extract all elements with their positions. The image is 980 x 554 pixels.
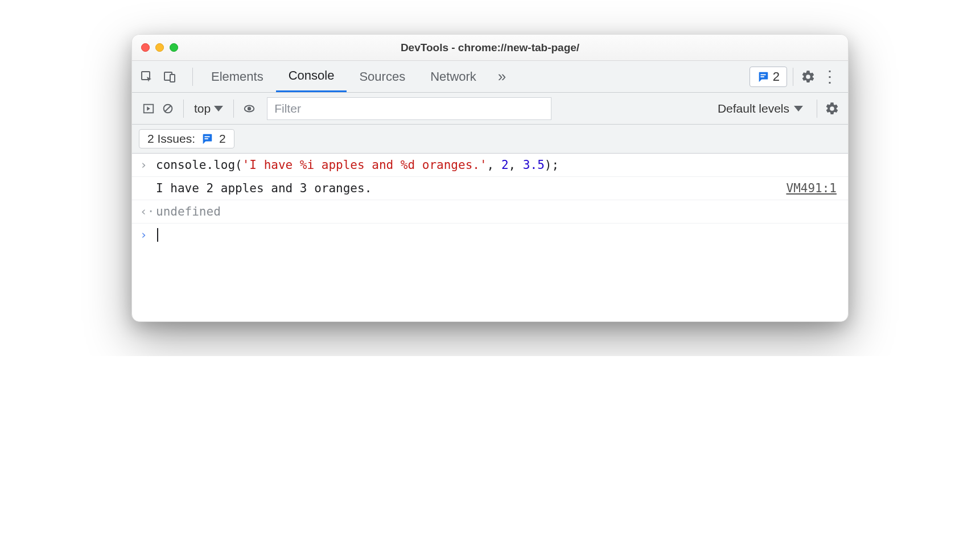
toggle-sidebar-icon[interactable] — [139, 102, 158, 115]
svg-line-7 — [165, 105, 171, 111]
titlebar: DevTools - chrome://new-tab-page/ — [132, 35, 848, 61]
svg-rect-10 — [204, 136, 209, 137]
console-input-row: › console.log('I have %i apples and %d o… — [132, 154, 848, 177]
close-window-button[interactable] — [141, 43, 150, 52]
devtools-window: DevTools - chrome://new-tab-page/ Elemen… — [131, 34, 849, 322]
log-levels-selector[interactable]: Default levels — [710, 102, 811, 115]
prompt-chevron-icon: › — [140, 228, 156, 242]
input-chevron-icon: › — [140, 158, 156, 172]
code-fn: console.log( — [156, 158, 242, 172]
return-value: undefined — [156, 205, 221, 218]
code-number: 3.5 — [523, 158, 545, 172]
console-settings-gear-icon[interactable] — [823, 100, 841, 118]
console-return-row: ‹· undefined — [132, 200, 848, 224]
separator — [793, 68, 793, 86]
tab-elements[interactable]: Elements — [199, 61, 276, 92]
maximize-window-button[interactable] — [170, 43, 178, 52]
return-chevron-icon: ‹· — [140, 205, 156, 218]
device-toggle-icon[interactable] — [160, 68, 179, 86]
main-tabbar: Elements Console Sources Network » 2 ⋮ — [132, 61, 848, 93]
tab-network[interactable]: Network — [418, 61, 489, 92]
issues-row: 2 Issues: 2 — [132, 125, 848, 154]
separator — [233, 100, 234, 118]
context-label: top — [194, 102, 211, 115]
traffic-lights — [141, 43, 178, 52]
separator — [817, 100, 817, 118]
tab-console[interactable]: Console — [276, 61, 347, 92]
separator — [183, 100, 184, 118]
svg-rect-11 — [204, 138, 208, 139]
svg-point-9 — [248, 106, 251, 110]
dropdown-icon — [794, 106, 803, 111]
issues-pill-count: 2 — [219, 132, 226, 146]
issues-icon — [757, 71, 769, 83]
clear-console-icon[interactable] — [158, 102, 178, 115]
tab-sources[interactable]: Sources — [347, 61, 418, 92]
more-menu-icon[interactable]: ⋮ — [817, 69, 842, 85]
inspect-element-icon[interactable] — [138, 68, 156, 86]
console-output-row: I have 2 apples and 3 oranges. VM491:1 — [132, 177, 848, 200]
filter-input[interactable] — [267, 97, 551, 120]
issues-pill[interactable]: 2 Issues: 2 — [139, 129, 234, 148]
issues-label: 2 Issues: — [147, 132, 195, 146]
code-suffix: ); — [545, 158, 559, 172]
code-sep: , — [487, 158, 501, 172]
text-cursor — [157, 228, 158, 242]
svg-rect-4 — [760, 76, 764, 77]
console-toolbar: top Default levels — [132, 93, 848, 125]
source-link[interactable]: VM491:1 — [786, 181, 840, 195]
live-expression-icon[interactable] — [240, 102, 259, 115]
code-string: 'I have %i apples and %d oranges.' — [242, 158, 487, 172]
separator — [192, 68, 193, 86]
issues-count: 2 — [773, 69, 780, 84]
window-title: DevTools - chrome://new-tab-page/ — [132, 42, 848, 54]
code-sep: , — [509, 158, 523, 172]
svg-rect-3 — [760, 74, 765, 75]
dropdown-icon — [214, 106, 223, 111]
output-gutter — [140, 181, 156, 195]
context-selector[interactable]: top — [190, 102, 228, 115]
svg-rect-2 — [170, 75, 175, 82]
console-output: › console.log('I have %i apples and %d o… — [132, 154, 848, 321]
minimize-window-button[interactable] — [155, 43, 164, 52]
console-prompt-row[interactable]: › — [132, 224, 848, 321]
levels-label: Default levels — [718, 102, 789, 115]
tabs-overflow[interactable]: » — [489, 68, 515, 85]
issues-icon — [201, 133, 213, 145]
issues-counter-button[interactable]: 2 — [750, 67, 787, 87]
log-output: I have 2 apples and 3 oranges. — [156, 181, 372, 195]
code-number: 2 — [501, 158, 509, 172]
settings-gear-icon[interactable] — [799, 68, 817, 86]
